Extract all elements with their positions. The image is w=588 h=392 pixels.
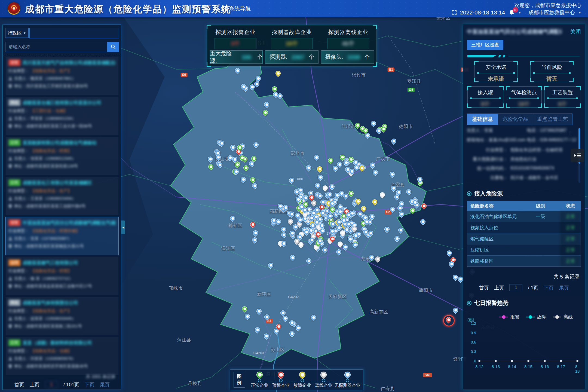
fullscreen-icon[interactable]	[452, 10, 457, 15]
legend-pin-icon	[343, 370, 352, 379]
risk-value: 暂无	[531, 75, 573, 82]
y-axis-tick: 0	[467, 359, 476, 363]
3d-patrol-button[interactable]: 三维厂区巡查	[467, 40, 503, 50]
legend-pin-icon	[255, 370, 264, 379]
search-button[interactable]	[108, 42, 119, 52]
page-prev-button[interactable]: 上页	[494, 284, 504, 291]
legend-item: 故障企业	[292, 370, 313, 390]
page-total: / 101页	[63, 381, 79, 388]
search-input[interactable]	[5, 42, 108, 52]
company-card[interactable]: 正常 成都某某化工有限公司某某储罐区 行业类型： 【危险化学品－生产】 负责人：…	[6, 177, 118, 215]
page-number-input[interactable]: 1	[45, 381, 58, 388]
totals-stat: 探测器: 2367 个	[265, 50, 318, 64]
legend-label: 故障企业	[293, 383, 311, 388]
nav-system-menu[interactable]: 系统导航	[222, 0, 251, 17]
legend-label: 正常企业	[251, 383, 268, 388]
x-axis-tick: 8-13	[492, 364, 500, 369]
asset-counter-value: 6个	[545, 100, 580, 108]
totals-stat-unit: 个	[364, 53, 370, 61]
safety-commitment-box: 安全承诺 未承诺	[474, 61, 517, 82]
legend-item: 无探测器企业	[334, 370, 360, 390]
page-next-button[interactable]: 下页	[85, 381, 94, 388]
panel-collapse-handle[interactable]: ◀	[121, 220, 125, 234]
welcome-text: 欢迎您，成都市应急救援中心	[514, 2, 581, 9]
company-card[interactable]: 故障 成都某某燃气工程有限公司 行业类型： 【危险化学品－经营】 负责人：杨 某…	[6, 257, 118, 295]
company-card[interactable]: 正常 某某（成都）新材料科技有限公司 行业类型： 【危险化学品－仓储】 负责人：…	[6, 337, 118, 375]
legend-title: 图 例	[234, 372, 245, 388]
page-next-button[interactable]: 下页	[544, 284, 554, 291]
company-card[interactable]: 报警 四川某某天然气产品有限公司成都某某储配总站 行业类型： 【危险化学品－生产…	[6, 57, 118, 95]
hazard-records-count: 共 5 条记录	[467, 273, 581, 280]
company-card[interactable]: 离线 成都某某仓储工程有限公司某某分公司 行业类型： 【工贸行业－仓储】 负责人…	[6, 97, 118, 135]
page-last-button[interactable]: 尾页	[100, 381, 110, 388]
address-row: 单位：成都市某某县某某镇工业集中区17号	[8, 284, 116, 289]
y-axis-tick: 0.6	[467, 340, 476, 344]
records-count: 共 1001 条记录	[86, 374, 115, 380]
x-axis-tick: 8-17	[557, 364, 565, 369]
status-badge: 正常	[8, 179, 20, 186]
company-card[interactable]: 报警 中某油某某油气田分公司成都储气调配化气储配站 行业类型： 【危险化学品－经…	[6, 217, 118, 255]
industry-type-row: 行业类型： 【危险化学品－经营存储】	[8, 228, 116, 234]
trend-legend: 报警故障离线	[467, 314, 581, 320]
legend-node-icon	[258, 379, 261, 382]
x-axis-tick: 8-16	[541, 364, 549, 369]
detector-stat-label: 探测器报警企业	[207, 29, 264, 36]
company-name: 中某油某某油气田分公司成都储气调配化气储配站	[23, 220, 116, 226]
page-number-input[interactable]: 1	[509, 284, 522, 291]
x-axis-tick: 8-18	[575, 364, 580, 373]
company-name: 成都某某气体有限责任公司	[23, 300, 78, 306]
detail-company-title: 中某油某某油气田分公司成都储气调配化气储配站	[467, 28, 562, 35]
info-field: 行业类型： 危险化学品经营－仓储经营	[467, 147, 576, 153]
hazard-table-row[interactable]: 视频接入点位 正常	[467, 222, 581, 233]
industry-type-row: 行业类型： 【危险化学品－生产】	[8, 308, 116, 314]
detector-stat-label: 探测器离线企业	[320, 29, 376, 36]
datetime-display: 2022-08-18 13:14	[460, 9, 505, 16]
hazard-table-row[interactable]: 液化石油气储罐区单元 一级 正常	[467, 211, 581, 222]
notification-bell[interactable]: 0	[508, 9, 515, 16]
contact-row: 负责人：刘某某（13330805678）	[8, 356, 116, 361]
trend-legend-item[interactable]: 故障	[526, 314, 546, 320]
district-filter-select[interactable]: 行政区 ▼	[5, 28, 29, 38]
company-card[interactable]: 离线 成都某某气体有限责任公司 行业类型： 【危险化学品－生产】 负责人：赵某某…	[6, 297, 118, 335]
legend-node-icon	[346, 379, 349, 382]
panel-toggle-button[interactable]	[571, 149, 584, 162]
hazard-table-row[interactable]: 压缩机区 正常	[467, 244, 581, 255]
detail-tab[interactable]: 基础信息	[467, 114, 498, 125]
asset-counter-value: 19个	[506, 100, 542, 108]
contact-row: 负责人：王某某（13608023456）	[8, 196, 116, 201]
status-badge: 离线	[8, 99, 20, 106]
status-badge: 报警	[8, 59, 20, 66]
hazard-table-row[interactable]: 铁路栈桥区 正常	[467, 255, 581, 267]
detector-stats-panel: 探测器报警企业 3个 探测器故障企业 10个 探测器离线企业 41个 重大危险源…	[207, 25, 377, 66]
company-name: 成都某某仓储工程有限公司某某分公司	[23, 100, 101, 106]
user-center-name[interactable]: 成都市应急救援中心	[528, 9, 575, 16]
detail-tab[interactable]: 重点监管工艺	[533, 114, 572, 125]
page-first-button[interactable]: 首页	[479, 284, 489, 291]
divider	[4, 55, 120, 55]
trend-data-point	[577, 360, 578, 362]
totals-stat-value: 1038	[345, 54, 362, 60]
page-last-button[interactable]: 尾页	[559, 284, 569, 291]
trend-legend-item[interactable]: 离线	[553, 314, 573, 320]
hazard-name: 视频接入点位	[467, 225, 536, 231]
trend-data-point	[479, 360, 480, 362]
district-value-input[interactable]	[29, 28, 119, 38]
company-name: 成都某某化工有限公司某某储罐区	[23, 180, 92, 186]
hazard-table-row[interactable]: 燃气储罐区 正常	[467, 233, 581, 244]
detail-tab[interactable]: 危险化学品	[498, 114, 533, 125]
chevron-down-icon[interactable]: ▼	[578, 11, 581, 14]
totals-stat-unit: 个	[309, 53, 314, 61]
close-button[interactable]: 关闭	[570, 28, 581, 35]
chevron-down-icon[interactable]: ▼	[518, 11, 521, 14]
person-icon	[8, 317, 12, 321]
y-axis-tick: 0.3	[467, 350, 476, 354]
page-prev-button[interactable]: 上页	[30, 381, 39, 388]
commitment-value: 未承诺	[475, 75, 517, 82]
trend-legend-item[interactable]: 报警	[499, 314, 519, 320]
status-badge: 离线	[8, 299, 20, 306]
detector-stat: 探测器离线企业 41个	[320, 25, 376, 50]
address-row: 单位：成都市某某经济开发区某某路36号	[8, 364, 116, 369]
page-first-button[interactable]: 首页	[14, 381, 24, 388]
company-card[interactable]: 正常 某某能源有限公司成都液化气储备站 行业类型： 【危险化学品－经营】 负责人…	[6, 137, 118, 175]
x-axis-tick: 8-14	[508, 364, 516, 369]
